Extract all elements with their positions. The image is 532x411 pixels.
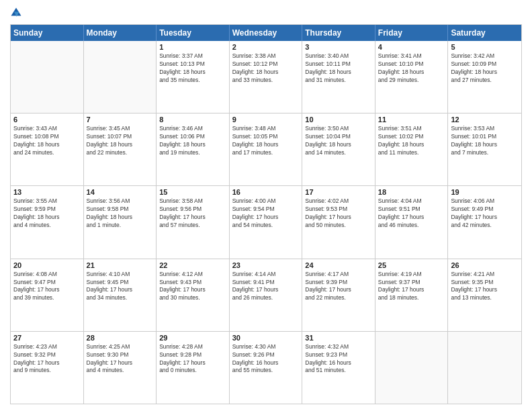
calendar-cell: 9Sunrise: 3:48 AM Sunset: 10:05 PM Dayli… <box>230 113 303 185</box>
calendar-row: 13Sunrise: 3:55 AM Sunset: 9:59 PM Dayli… <box>11 185 521 258</box>
day-number: 22 <box>159 261 226 269</box>
cell-text: Sunrise: 3:42 AM Sunset: 10:09 PM Daylig… <box>451 52 519 85</box>
cal-header-day: Wednesday <box>230 25 303 41</box>
cell-text: Sunrise: 4:30 AM Sunset: 9:26 PM Dayligh… <box>232 343 300 375</box>
day-number: 13 <box>13 188 81 196</box>
calendar-cell <box>11 41 84 113</box>
calendar-cell: 21Sunrise: 4:10 AM Sunset: 9:45 PM Dayli… <box>84 259 157 331</box>
calendar-cell: 5Sunrise: 3:42 AM Sunset: 10:09 PM Dayli… <box>448 41 521 113</box>
cell-text: Sunrise: 4:17 AM Sunset: 9:39 PM Dayligh… <box>305 271 372 303</box>
calendar-cell: 27Sunrise: 4:23 AM Sunset: 9:32 PM Dayli… <box>11 332 84 404</box>
cell-text: Sunrise: 3:50 AM Sunset: 10:04 PM Daylig… <box>305 125 372 157</box>
day-number: 3 <box>305 43 372 51</box>
calendar-cell <box>448 332 521 404</box>
cell-text: Sunrise: 4:23 AM Sunset: 9:32 PM Dayligh… <box>13 343 81 375</box>
calendar-cell: 17Sunrise: 4:02 AM Sunset: 9:53 PM Dayli… <box>302 186 375 258</box>
calendar-cell: 19Sunrise: 4:06 AM Sunset: 9:49 PM Dayli… <box>448 186 521 258</box>
cal-header-day: Sunday <box>11 25 84 41</box>
cell-text: Sunrise: 4:10 AM Sunset: 9:45 PM Dayligh… <box>87 271 154 303</box>
calendar-cell: 23Sunrise: 4:14 AM Sunset: 9:41 PM Dayli… <box>230 259 303 331</box>
calendar-cell: 18Sunrise: 4:04 AM Sunset: 9:51 PM Dayli… <box>375 186 449 258</box>
calendar-cell: 8Sunrise: 3:46 AM Sunset: 10:06 PM Dayli… <box>157 113 230 185</box>
day-number: 17 <box>305 188 372 196</box>
calendar-cell: 1Sunrise: 3:37 AM Sunset: 10:13 PM Dayli… <box>157 41 230 113</box>
cell-text: Sunrise: 4:06 AM Sunset: 9:49 PM Dayligh… <box>451 197 519 230</box>
day-number: 10 <box>305 116 372 124</box>
cal-header-day: Saturday <box>448 25 521 41</box>
day-number: 5 <box>451 43 519 51</box>
calendar-cell: 22Sunrise: 4:12 AM Sunset: 9:43 PM Dayli… <box>157 259 230 331</box>
cell-text: Sunrise: 3:38 AM Sunset: 10:12 PM Daylig… <box>232 52 300 85</box>
calendar-row: 20Sunrise: 4:08 AM Sunset: 9:47 PM Dayli… <box>11 259 521 331</box>
cell-text: Sunrise: 3:58 AM Sunset: 9:56 PM Dayligh… <box>159 197 226 230</box>
cell-text: Sunrise: 3:41 AM Sunset: 10:10 PM Daylig… <box>378 52 445 85</box>
day-number: 11 <box>378 116 445 124</box>
calendar-cell: 14Sunrise: 3:56 AM Sunset: 9:58 PM Dayli… <box>84 186 157 258</box>
day-number: 15 <box>159 188 226 196</box>
cell-text: Sunrise: 4:12 AM Sunset: 9:43 PM Dayligh… <box>159 271 226 303</box>
calendar-cell: 24Sunrise: 4:17 AM Sunset: 9:39 PM Dayli… <box>302 259 375 331</box>
calendar-row: 27Sunrise: 4:23 AM Sunset: 9:32 PM Dayli… <box>11 331 521 404</box>
cell-text: Sunrise: 4:04 AM Sunset: 9:51 PM Dayligh… <box>378 197 445 230</box>
calendar-body: 1Sunrise: 3:37 AM Sunset: 10:13 PM Dayli… <box>11 41 521 404</box>
cell-text: Sunrise: 4:02 AM Sunset: 9:53 PM Dayligh… <box>305 197 372 230</box>
cal-header-day: Thursday <box>302 25 375 41</box>
calendar-cell: 30Sunrise: 4:30 AM Sunset: 9:26 PM Dayli… <box>230 332 303 404</box>
day-number: 26 <box>451 261 519 269</box>
day-number: 6 <box>13 116 81 124</box>
calendar-cell: 26Sunrise: 4:21 AM Sunset: 9:35 PM Dayli… <box>448 259 521 331</box>
cell-text: Sunrise: 3:46 AM Sunset: 10:06 PM Daylig… <box>159 125 226 157</box>
cell-text: Sunrise: 3:55 AM Sunset: 9:59 PM Dayligh… <box>13 197 81 230</box>
calendar-cell: 2Sunrise: 3:38 AM Sunset: 10:12 PM Dayli… <box>230 41 303 113</box>
day-number: 21 <box>87 261 154 269</box>
cal-header-day: Tuesday <box>157 25 230 41</box>
cell-text: Sunrise: 3:43 AM Sunset: 10:08 PM Daylig… <box>13 125 81 157</box>
calendar-cell: 12Sunrise: 3:53 AM Sunset: 10:01 PM Dayl… <box>448 113 521 185</box>
day-number: 18 <box>378 188 445 196</box>
calendar-cell: 31Sunrise: 4:32 AM Sunset: 9:23 PM Dayli… <box>302 332 375 404</box>
day-number: 14 <box>87 188 154 196</box>
calendar-cell: 6Sunrise: 3:43 AM Sunset: 10:08 PM Dayli… <box>11 113 84 185</box>
cell-text: Sunrise: 4:14 AM Sunset: 9:41 PM Dayligh… <box>232 271 300 303</box>
calendar-row: 6Sunrise: 3:43 AM Sunset: 10:08 PM Dayli… <box>11 113 521 185</box>
calendar-cell: 4Sunrise: 3:41 AM Sunset: 10:10 PM Dayli… <box>375 41 449 113</box>
calendar-cell: 13Sunrise: 3:55 AM Sunset: 9:59 PM Dayli… <box>11 186 84 258</box>
cell-text: Sunrise: 4:28 AM Sunset: 9:28 PM Dayligh… <box>159 343 226 375</box>
day-number: 1 <box>159 43 226 51</box>
day-number: 30 <box>232 334 300 342</box>
day-number: 23 <box>232 261 300 269</box>
page: SundayMondayTuesdayWednesdayThursdayFrid… <box>0 0 532 411</box>
calendar-cell: 15Sunrise: 3:58 AM Sunset: 9:56 PM Dayli… <box>157 186 230 258</box>
day-number: 4 <box>378 43 445 51</box>
day-number: 16 <box>232 188 300 196</box>
day-number: 19 <box>451 188 519 196</box>
day-number: 8 <box>159 116 226 124</box>
calendar-cell: 16Sunrise: 4:00 AM Sunset: 9:54 PM Dayli… <box>230 186 303 258</box>
day-number: 28 <box>87 334 154 342</box>
calendar-cell <box>375 332 449 404</box>
cell-text: Sunrise: 3:40 AM Sunset: 10:11 PM Daylig… <box>305 52 372 85</box>
cell-text: Sunrise: 4:08 AM Sunset: 9:47 PM Dayligh… <box>13 271 81 303</box>
day-number: 12 <box>451 116 519 124</box>
calendar-cell: 25Sunrise: 4:19 AM Sunset: 9:37 PM Dayli… <box>375 259 449 331</box>
cell-text: Sunrise: 4:21 AM Sunset: 9:35 PM Dayligh… <box>451 271 519 303</box>
calendar-cell <box>84 41 157 113</box>
calendar-cell: 10Sunrise: 3:50 AM Sunset: 10:04 PM Dayl… <box>302 113 375 185</box>
day-number: 2 <box>232 43 300 51</box>
cell-text: Sunrise: 3:45 AM Sunset: 10:07 PM Daylig… <box>87 125 154 157</box>
cell-text: Sunrise: 4:25 AM Sunset: 9:30 PM Dayligh… <box>87 343 154 375</box>
cell-text: Sunrise: 4:00 AM Sunset: 9:54 PM Dayligh… <box>232 197 300 230</box>
cal-header-day: Monday <box>84 25 157 41</box>
logo-icon <box>10 7 22 19</box>
day-number: 7 <box>87 116 154 124</box>
calendar-cell: 11Sunrise: 3:51 AM Sunset: 10:02 PM Dayl… <box>375 113 449 185</box>
cell-text: Sunrise: 3:51 AM Sunset: 10:02 PM Daylig… <box>378 125 445 157</box>
cell-text: Sunrise: 3:56 AM Sunset: 9:58 PM Dayligh… <box>87 197 154 230</box>
logo <box>10 7 24 19</box>
calendar-cell: 7Sunrise: 3:45 AM Sunset: 10:07 PM Dayli… <box>84 113 157 185</box>
cell-text: Sunrise: 4:19 AM Sunset: 9:37 PM Dayligh… <box>378 271 445 303</box>
day-number: 29 <box>159 334 226 342</box>
header <box>10 7 522 19</box>
day-number: 24 <box>305 261 372 269</box>
cell-text: Sunrise: 3:48 AM Sunset: 10:05 PM Daylig… <box>232 125 300 157</box>
